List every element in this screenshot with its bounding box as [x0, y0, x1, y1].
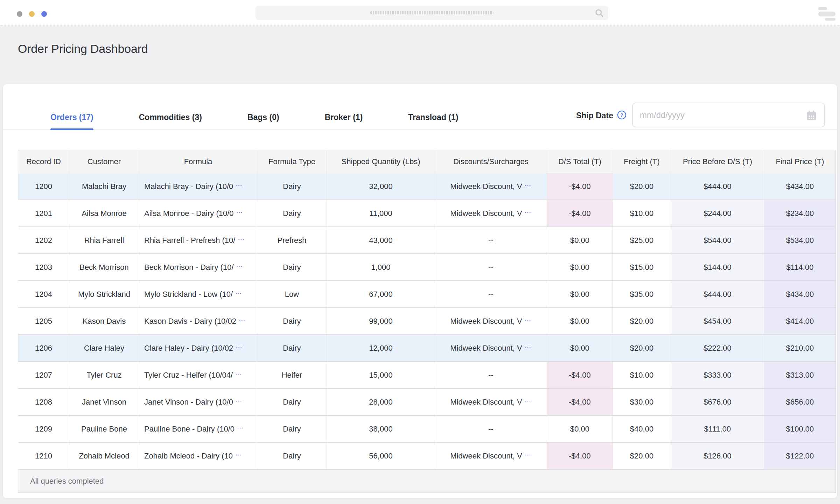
table-row[interactable]: 1206 Clare Haley Clare Haley - Dairy (10…	[18, 335, 835, 362]
cell-formula[interactable]: Kason Davis - Dairy (10/02⋯	[139, 308, 257, 334]
cell-customer: Rhia Farrell	[69, 227, 139, 253]
cell-formula-type: Dairy	[257, 335, 327, 361]
cell-customer: Ailsa Monroe	[69, 200, 139, 226]
tab-bags[interactable]: Bags (0)	[247, 113, 279, 122]
truncation-ellipsis-icon[interactable]: ⋯	[525, 397, 532, 405]
page-title: Order Pricing Dashboard	[18, 40, 840, 58]
magnifier-icon[interactable]	[595, 8, 604, 19]
cell-formula[interactable]: Zohaib Mcleod - Dairy (10⋯	[139, 443, 257, 469]
table-row[interactable]: 1202 Rhia Farrell Rhia Farrell - Prefres…	[18, 227, 835, 254]
cell-shipped-quantity: 56,000	[327, 443, 435, 469]
cell-formula[interactable]: Tyler Cruz - Heifer (10/04/⋯	[139, 362, 257, 388]
truncation-ellipsis-icon[interactable]: ⋯	[239, 316, 246, 324]
cell-freight: $40.00	[613, 416, 671, 442]
cell-final-price: $122.00	[764, 443, 835, 469]
cell-customer: Kason Davis	[69, 308, 139, 334]
cell-discounts[interactable]: --	[435, 416, 547, 442]
truncation-ellipsis-icon[interactable]: ⋯	[525, 316, 532, 324]
cell-formula-type: Dairy	[257, 443, 327, 469]
cell-ds-total: -$4.00	[547, 389, 613, 415]
truncation-ellipsis-icon[interactable]: ⋯	[235, 289, 242, 297]
ship-date-group: Ship Date ?	[576, 110, 626, 130]
cell-formula[interactable]: Janet Vinson - Dairy (10/0⋯	[139, 389, 257, 415]
cell-discounts[interactable]: --	[435, 281, 547, 307]
cell-formula[interactable]: Mylo Strickland - Low (10/⋯	[139, 281, 257, 307]
truncation-ellipsis-icon[interactable]: ⋯	[237, 424, 244, 432]
cell-shipped-quantity: 12,000	[327, 335, 435, 361]
cell-shipped-quantity: 11,000	[327, 200, 435, 226]
cell-discounts[interactable]: --	[435, 362, 547, 388]
truncation-ellipsis-icon[interactable]: ⋯	[235, 370, 242, 378]
tab-commodities[interactable]: Commodities (3)	[139, 113, 202, 122]
cell-discounts[interactable]: Midweek Discount, V⋯	[435, 200, 547, 226]
cell-record-id: 1203	[18, 254, 69, 280]
cell-formula-type: Dairy	[257, 254, 327, 280]
column-header-shipped_quantity: Shipped Quantity (Lbs)	[327, 150, 435, 173]
cell-record-id: 1208	[18, 389, 69, 415]
calendar-icon[interactable]	[805, 109, 818, 124]
cell-formula-type: Dairy	[257, 416, 327, 442]
tab-broker[interactable]: Broker (1)	[325, 113, 363, 122]
cell-shipped-quantity: 1,000	[327, 254, 435, 280]
cell-discounts[interactable]: Midweek Discount, V⋯	[435, 335, 547, 361]
table-row[interactable]: 1208 Janet Vinson Janet Vinson - Dairy (…	[18, 389, 835, 416]
tab-transload[interactable]: Transload (1)	[408, 113, 458, 122]
cell-discounts[interactable]: Midweek Discount, V⋯	[435, 443, 547, 469]
cell-ds-total: $0.00	[547, 254, 613, 280]
cell-price-before: $111.00	[671, 416, 764, 442]
question-circle-icon[interactable]: ?	[617, 110, 626, 121]
window-dot-yellow-icon[interactable]	[29, 11, 35, 17]
truncation-ellipsis-icon[interactable]: ⋯	[236, 262, 243, 270]
cell-discounts[interactable]: Midweek Discount, V⋯	[435, 389, 547, 415]
window-dot-gray-icon[interactable]	[17, 11, 22, 17]
table-row[interactable]: 1205 Kason Davis Kason Davis - Dairy (10…	[18, 308, 835, 335]
tabs: Orders (17) Commodities (3) Bags (0) Bro…	[18, 113, 458, 130]
window-dot-blue-icon[interactable]	[41, 11, 47, 17]
cell-formula[interactable]: Beck Morrison - Dairy (10/⋯	[139, 254, 257, 280]
truncation-ellipsis-icon[interactable]: ⋯	[525, 343, 532, 351]
truncation-ellipsis-icon[interactable]: ⋯	[236, 343, 243, 351]
table-row[interactable]: 1201 Ailsa Monroe Ailsa Monroe - Dairy (…	[18, 200, 835, 227]
table-row[interactable]: 1209 Pauline Bone Pauline Bone - Dairy (…	[18, 416, 835, 443]
cell-discounts[interactable]: Midweek Discount, V⋯	[435, 308, 547, 334]
cell-freight: $20.00	[613, 173, 671, 200]
truncation-ellipsis-icon[interactable]: ⋯	[236, 208, 243, 216]
column-header-customer: Customer	[69, 150, 139, 173]
cell-discounts[interactable]: --	[435, 254, 547, 280]
cell-customer: Tyler Cruz	[69, 362, 139, 388]
truncation-ellipsis-icon[interactable]: ⋯	[236, 397, 243, 405]
cell-price-before: $144.00	[671, 254, 764, 280]
tab-orders[interactable]: Orders (17)	[50, 113, 93, 122]
truncation-ellipsis-icon[interactable]: ⋯	[235, 451, 242, 459]
column-header-price_before: Price Before D/S (T)	[671, 150, 764, 173]
table-row[interactable]: 1200 Malachi Bray Malachi Bray - Dairy (…	[18, 173, 835, 200]
cell-formula[interactable]: Malachi Bray - Dairy (10/0⋯	[139, 173, 257, 200]
cell-final-price: $434.00	[764, 281, 835, 307]
cell-final-price: $534.00	[764, 227, 835, 253]
cell-formula[interactable]: Clare Haley - Dairy (10/02⋯	[139, 335, 257, 361]
cell-formula[interactable]: Pauline Bone - Dairy (10/0⋯	[139, 416, 257, 442]
truncation-ellipsis-icon[interactable]: ⋯	[525, 451, 532, 459]
table-row[interactable]: 1207 Tyler Cruz Tyler Cruz - Heifer (10/…	[18, 362, 835, 389]
table-row[interactable]: 1204 Mylo Strickland Mylo Strickland - L…	[18, 281, 835, 308]
browser-search-input[interactable]	[255, 6, 608, 20]
table-row[interactable]: 1203 Beck Morrison Beck Morrison - Dairy…	[18, 254, 835, 281]
table-body: 1200 Malachi Bray Malachi Bray - Dairy (…	[18, 173, 835, 470]
cell-final-price: $234.00	[764, 200, 835, 226]
cell-discounts[interactable]: --	[435, 227, 547, 253]
app-menu-icon[interactable]	[818, 6, 836, 21]
cell-formula[interactable]: Ailsa Monroe - Dairy (10/0⋯	[139, 200, 257, 226]
cell-formula-type: Low	[257, 281, 327, 307]
cell-discounts[interactable]: Midweek Discount, V⋯	[435, 173, 547, 200]
truncation-ellipsis-icon[interactable]: ⋯	[525, 181, 532, 189]
truncation-ellipsis-icon[interactable]: ⋯	[238, 235, 245, 243]
cell-ds-total: $0.00	[547, 227, 613, 253]
cell-formula[interactable]: Rhia Farrell - Prefresh (10/⋯	[139, 227, 257, 253]
table-header-row: Record IDCustomerFormulaFormula TypeShip…	[18, 150, 835, 173]
truncation-ellipsis-icon[interactable]: ⋯	[525, 208, 532, 216]
cell-freight: $30.00	[613, 389, 671, 415]
table-row[interactable]: 1210 Zohaib Mcleod Zohaib Mcleod - Dairy…	[18, 443, 835, 470]
ship-date-input[interactable]: mm/dd/yyyy	[632, 103, 825, 127]
status-text: All queries completed	[30, 477, 104, 486]
truncation-ellipsis-icon[interactable]: ⋯	[236, 181, 243, 189]
